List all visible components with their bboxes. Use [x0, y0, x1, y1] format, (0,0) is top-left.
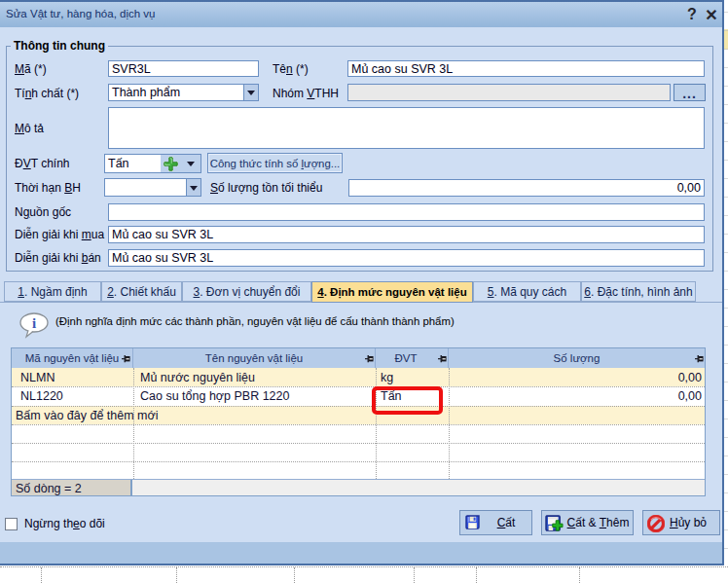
svg-text:i: i	[32, 315, 36, 331]
